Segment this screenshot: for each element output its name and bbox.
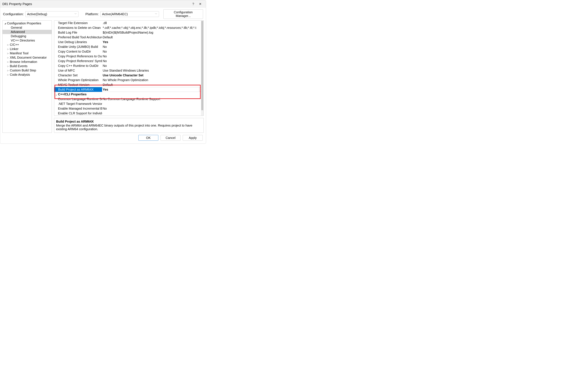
expander-right-icon: ▷	[7, 56, 10, 59]
grid-row[interactable]: Enable CLR Support for Individual	[54, 111, 204, 116]
close-icon[interactable]: ✕	[197, 1, 204, 6]
property-value[interactable]: *.cdf;*.cache;*.obj;*.obj.enc;*.ilk;*.ip…	[102, 26, 204, 30]
chevron-down-icon: ﹀	[74, 13, 77, 15]
property-value[interactable]: Yes⌄	[102, 87, 204, 92]
property-value[interactable]: No Common Language Runtime Support	[102, 97, 204, 101]
scrollbar-thumb[interactable]	[201, 21, 203, 110]
grid-section[interactable]: ⌄C++/CLI Properties	[54, 92, 204, 97]
grid-row[interactable]: Copy Project References to OutDiNo	[54, 54, 204, 59]
description-panel: Build Project as ARM64X Merge the ARM64 …	[54, 118, 204, 133]
tree-item[interactable]: ▷C/C++	[2, 42, 52, 47]
property-value[interactable]: No Whole Program Optimization	[102, 78, 204, 82]
property-value[interactable]: No	[102, 55, 204, 58]
expander-down-icon: ◢	[4, 22, 7, 25]
grid-row[interactable]: Copy C++ Runtime to OutDirNo	[54, 63, 204, 68]
property-name: Common Language Runtime Sup	[54, 97, 102, 101]
property-name: Character Set	[54, 73, 102, 77]
window-title: Dll1 Property Pages	[2, 2, 190, 6]
dialog-buttons: OK Cancel Apply	[0, 135, 206, 143]
chevron-down-icon: ⌄	[56, 94, 58, 96]
property-value[interactable]: No	[102, 64, 204, 68]
property-value[interactable]: Use Unicode Character Set	[102, 73, 204, 77]
grid-row[interactable]: Build Project as ARM64XYes⌄	[54, 87, 204, 92]
grid-row[interactable]: Copy Content to OutDirNo	[54, 49, 204, 54]
toolbar: Configuration: Active(Debug) ﹀ Platform:…	[0, 8, 206, 20]
configuration-manager-button[interactable]: Configuration Manager...	[163, 9, 203, 19]
grid-row[interactable]: Extensions to Delete on Clean*.cdf;*.cac…	[54, 25, 204, 30]
expander-right-icon: ▷	[7, 74, 10, 76]
configuration-combo[interactable]: Active(Debug) ﹀	[25, 11, 78, 17]
category-tree[interactable]: ◢ Configuration Properties GeneralAdvanc…	[2, 20, 52, 133]
grid-row[interactable]: Common Language Runtime SupNo Common Lan…	[54, 97, 204, 101]
property-name: Copy C++ Runtime to OutDir	[54, 64, 102, 68]
grid-row[interactable]: Character SetUse Unicode Character Set	[54, 73, 204, 78]
property-name: ⌄C++/CLI Properties	[54, 93, 102, 96]
expander-right-icon: ▷	[7, 44, 10, 46]
grid-row[interactable]: Use Debug LibrariesYes	[54, 40, 204, 44]
expander-right-icon: ▷	[7, 61, 10, 63]
tree-item[interactable]: General	[2, 26, 52, 30]
tree-item[interactable]: ▷Code Analysis	[2, 72, 52, 77]
grid-row[interactable]: .NET Target Framework Version	[54, 101, 204, 106]
vertical-scrollbar[interactable]	[201, 21, 204, 116]
tree-item[interactable]: ▷Build Events	[2, 64, 52, 68]
grid-row[interactable]: Copy Project References' SymbolsNo	[54, 59, 204, 63]
grid-row[interactable]: MSVC Toolset VersionDefault	[54, 82, 204, 87]
property-name: Copy Project References' Symbols	[54, 59, 102, 63]
platform-combo[interactable]: Active(ARM64EC) ﹀	[100, 11, 159, 17]
tree-item[interactable]: ▷Linker	[2, 47, 52, 51]
property-value[interactable]: .dll	[102, 21, 204, 25]
description-title: Build Project as ARM64X	[56, 120, 202, 123]
property-value[interactable]: Default	[102, 35, 204, 39]
grid-row[interactable]: Enable Unity (JUMBO) BuildNo	[54, 44, 204, 49]
expander-right-icon: ▷	[7, 52, 10, 55]
grid-row[interactable]: Target File Extension.dll	[54, 21, 204, 25]
property-name: Copy Project References to OutDi	[54, 55, 102, 58]
property-name: Extensions to Delete on Clean	[54, 26, 102, 30]
property-name: Copy Content to OutDir	[54, 50, 102, 53]
property-name: MSVC Toolset Version	[54, 83, 102, 87]
expander-right-icon: ▷	[7, 65, 10, 67]
property-name: Build Log File	[54, 31, 102, 34]
property-value[interactable]: No	[102, 45, 204, 49]
help-icon[interactable]: ?	[190, 1, 197, 6]
property-name: Use Debug Libraries	[54, 40, 102, 44]
grid-row[interactable]: Enable Managed Incremental BuilNo	[54, 106, 204, 111]
grid-row[interactable]: Whole Program OptimizationNo Whole Progr…	[54, 78, 204, 82]
tree-item[interactable]: ▷Manifest Tool	[2, 51, 52, 56]
expander-right-icon: ▷	[7, 69, 10, 71]
tree-item[interactable]: Debugging	[2, 34, 52, 38]
property-name: Preferred Build Tool Architecture	[54, 35, 102, 39]
property-name: Enable Unity (JUMBO) Build	[54, 45, 102, 49]
property-value[interactable]: Default	[102, 83, 204, 87]
property-name: Enable Managed Incremental Buil	[54, 107, 102, 110]
tree-root[interactable]: ◢ Configuration Properties	[2, 21, 52, 26]
ok-button[interactable]: OK	[138, 135, 158, 141]
property-value[interactable]: No	[102, 50, 204, 53]
grid-row[interactable]: Build Log File$(IntDir)$(MSBuildProjectN…	[54, 30, 204, 35]
property-name: Target File Extension	[54, 21, 102, 25]
configuration-label: Configuration:	[3, 12, 24, 16]
property-name: Whole Program Optimization	[54, 78, 102, 82]
tree-item[interactable]: ▷Browse Information	[2, 60, 52, 64]
property-name: Use of MFC	[54, 69, 102, 72]
property-grid[interactable]: Target File Extension.dllExtensions to D…	[54, 20, 204, 116]
property-value[interactable]: $(IntDir)$(MSBuildProjectName).log	[102, 31, 204, 34]
tree-item[interactable]: Advanced	[2, 30, 52, 34]
property-name: Build Project as ARM64X	[54, 87, 102, 92]
property-value[interactable]: Yes	[102, 40, 204, 44]
property-value[interactable]: No	[102, 59, 204, 63]
apply-button[interactable]: Apply	[183, 135, 203, 141]
grid-row[interactable]: Preferred Build Tool ArchitectureDefault	[54, 35, 204, 40]
property-value[interactable]: No	[102, 107, 204, 110]
titlebar: Dll1 Property Pages ? ✕	[0, 0, 206, 8]
property-name: .NET Target Framework Version	[54, 102, 102, 106]
tree-item[interactable]: VC++ Directories	[2, 38, 52, 42]
grid-row[interactable]: Use of MFCUse Standard Windows Libraries	[54, 68, 204, 73]
description-body: Merge the ARM64 and ARM64EC binary outpu…	[56, 124, 202, 131]
cancel-button[interactable]: Cancel	[160, 135, 180, 141]
tree-item[interactable]: ▷Custom Build Step	[2, 68, 52, 72]
platform-label: Platform:	[86, 12, 99, 16]
tree-item[interactable]: ▷XML Document Generator	[2, 56, 52, 60]
property-value[interactable]: Use Standard Windows Libraries	[102, 69, 204, 72]
